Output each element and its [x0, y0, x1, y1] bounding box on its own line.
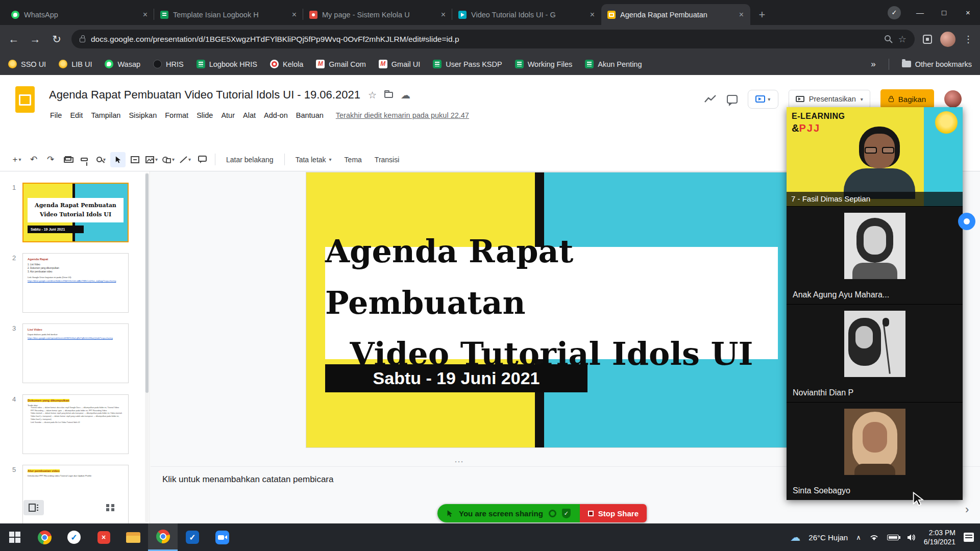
tab-close-icon[interactable]: ×	[141, 10, 149, 19]
bookmark-user-pass-ksdp[interactable]: User Pass KSDP	[433, 60, 502, 68]
taskbar-app-red[interactable]: ×	[89, 523, 118, 551]
tab-close-icon[interactable]: ×	[738, 10, 745, 19]
background-button[interactable]: Latar belakang	[220, 152, 279, 167]
participant-video-3[interactable]: Novianthi Dian P	[787, 304, 963, 402]
insert-comment-button[interactable]	[194, 152, 210, 167]
participant-video-4[interactable]: Sinta Soebagyo	[787, 402, 963, 500]
reload-button[interactable]: ↻	[50, 33, 63, 45]
clock[interactable]: 2:03 PM 6/19/2021	[924, 528, 955, 546]
document-title[interactable]: Agenda Rapat Pembuatan Video Tutorial Id…	[49, 88, 360, 102]
browser-profile-badge[interactable]: ✓	[888, 6, 901, 19]
theme-button[interactable]: Tema	[339, 152, 368, 167]
slide-thumbnail-4[interactable]: Dokumen yang dikumpulkan Terdiri dari: T…	[22, 394, 129, 454]
transition-button[interactable]: Transisi	[369, 152, 405, 167]
zoom-video-panel[interactable]: E-LEARNING &PJJ 7 - Fasil Dimas Septian …	[787, 107, 963, 500]
current-slide[interactable]: Agenda Rapat Pembuatan Video Tutorial Id…	[306, 172, 795, 447]
last-edit-link[interactable]: Terakhir diedit kemarin pada pukul 22.47	[336, 111, 469, 119]
search-icon[interactable]	[884, 35, 893, 43]
taskbar-chrome-active[interactable]	[148, 523, 178, 551]
menu-file[interactable]: File	[46, 109, 66, 122]
insert-shape-button[interactable]: ▾	[161, 152, 176, 167]
bookmark-gmail-com[interactable]: Gmail Com	[316, 60, 366, 68]
account-avatar[interactable]	[944, 90, 962, 108]
menu-alat[interactable]: Alat	[239, 109, 260, 122]
url-text[interactable]: docs.google.com/presentation/d/1BGE5Xwgz…	[91, 35, 878, 44]
start-button[interactable]	[0, 523, 30, 551]
bookmark-working-files[interactable]: Working Files	[515, 60, 573, 68]
browser-menu-icon[interactable]: ⋮	[964, 34, 973, 45]
share-button[interactable]: Bagikan	[880, 89, 934, 109]
security-shield-icon[interactable]: ✓	[562, 509, 571, 518]
bookmark-logbook-hris[interactable]: Logbook HRIS	[197, 60, 257, 68]
zoom-reaction-badge[interactable]	[958, 213, 975, 230]
taskbar-app-check[interactable]: ✓	[59, 523, 89, 551]
layout-button[interactable]: Tata letak▾	[290, 152, 337, 167]
taskbar-app-check2[interactable]: ✓	[178, 523, 207, 551]
menu-edit[interactable]: Edit	[66, 109, 87, 122]
bookmark-sso-ui[interactable]: SSO UI	[8, 60, 46, 68]
maximize-button[interactable]: □	[932, 0, 956, 25]
insert-line-button[interactable]: ▾	[178, 152, 193, 167]
bookmark-akun-penting[interactable]: Akun Penting	[585, 60, 642, 68]
bookmark-star-icon[interactable]: ☆	[898, 34, 906, 45]
text-box-button[interactable]	[127, 152, 142, 167]
slide-thumbnail-5[interactable]: Alur pembuatan video Dimulai dari PPT Re…	[22, 465, 129, 524]
undo-button[interactable]: ↶	[26, 152, 41, 167]
redo-button[interactable]: ↷	[43, 152, 58, 167]
menu-addon[interactable]: Add-on	[260, 109, 292, 122]
speaker-icon[interactable]	[907, 534, 916, 541]
new-tab-button[interactable]: +	[754, 7, 770, 22]
notification-center-icon[interactable]	[964, 533, 974, 542]
other-bookmarks-button[interactable]: Other bookmarks	[902, 60, 972, 68]
present-to-meeting-button[interactable]: ▾	[748, 90, 778, 109]
bookmarks-overflow-icon[interactable]: »	[871, 59, 875, 69]
tab-mypage[interactable]: My page - Sistem Kelola U ×	[303, 4, 452, 25]
bookmark-wasap[interactable]: Wasap	[105, 60, 140, 68]
wifi-icon[interactable]	[869, 534, 879, 541]
slide-title-box[interactable]: Agenda Rapat Pembuatan Video Tutorial Id…	[325, 247, 778, 359]
tab-logbook[interactable]: Template Isian Logbook H ×	[154, 4, 303, 25]
stop-share-button[interactable]: Stop Share	[580, 504, 647, 522]
star-icon[interactable]: ☆	[368, 89, 377, 101]
activity-icon[interactable]	[704, 94, 717, 104]
bookmark-gmail-ui[interactable]: Gmail UI	[379, 60, 420, 68]
new-slide-button[interactable]: +▾	[9, 152, 24, 167]
forward-button[interactable]: →	[29, 33, 42, 45]
slide-thumbnail-3[interactable]: List Video Dapat diakses pada link berik…	[22, 323, 129, 383]
participant-video-2[interactable]: Anak Agung Ayu Mahara...	[787, 206, 963, 304]
participant-video-1[interactable]: E-LEARNING &PJJ 7 - Fasil Dimas Septian	[787, 107, 963, 206]
google-slides-logo[interactable]	[15, 86, 35, 113]
tab-close-icon[interactable]: ×	[290, 10, 298, 19]
menu-bantuan[interactable]: Bantuan	[292, 109, 328, 122]
slide-thumbnail-1[interactable]: Agenda Rapat PembuatanVideo Tutorial Ido…	[22, 183, 129, 242]
paint-format-button[interactable]	[77, 152, 92, 167]
extension-icon[interactable]	[923, 35, 932, 44]
present-button[interactable]: Presentasikan ▾	[789, 90, 870, 109]
filmstrip-view-button[interactable]	[23, 500, 44, 515]
insert-image-button[interactable]: ▾	[144, 152, 159, 167]
slide-thumbnail-2[interactable]: Agenda Rapat 1. List Video 2. Dokumen ya…	[22, 253, 129, 313]
move-folder-icon[interactable]	[384, 92, 393, 98]
weather-icon[interactable]: ☁	[790, 531, 800, 543]
record-ring-icon[interactable]	[549, 510, 556, 517]
chevron-down-icon[interactable]: ▾	[861, 96, 863, 102]
battery-icon[interactable]	[887, 535, 899, 540]
scrollbar-thumb[interactable]	[145, 173, 149, 393]
taskbar-chrome[interactable]	[30, 523, 59, 551]
side-panel-toggle-icon[interactable]: ›	[965, 503, 969, 516]
tab-whatsapp[interactable]: WhatsApp ×	[5, 4, 154, 25]
grid-view-button[interactable]	[100, 500, 120, 515]
notes-resize-handle[interactable]: ⋯	[454, 456, 465, 467]
tab-agenda-rapat-active[interactable]: Agenda Rapat Pembuatan ×	[601, 4, 750, 25]
tab-close-icon[interactable]: ×	[439, 10, 447, 19]
close-button[interactable]: ×	[956, 0, 980, 25]
back-button[interactable]: ←	[7, 33, 20, 45]
weather-text[interactable]: 26°C Hujan	[808, 533, 848, 542]
browser-avatar[interactable]	[940, 32, 955, 47]
menu-sisipkan[interactable]: Sisipkan	[125, 109, 161, 122]
bookmark-hris[interactable]: HRIS	[153, 60, 184, 68]
zoom-tool-button[interactable]: ▾	[93, 152, 109, 167]
menu-atur[interactable]: Atur	[217, 109, 239, 122]
tab-close-icon[interactable]: ×	[589, 10, 596, 19]
hidden-icons-chevron[interactable]: ∧	[856, 534, 861, 541]
